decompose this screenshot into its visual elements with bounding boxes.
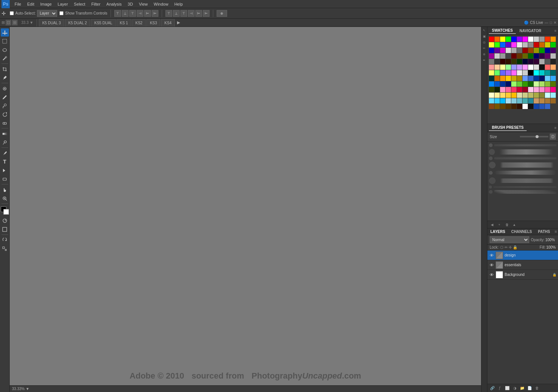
swatch[interactable] <box>528 65 533 70</box>
swatch[interactable] <box>495 59 500 64</box>
tool-shape[interactable] <box>1 175 9 183</box>
swatch[interactable] <box>511 37 517 42</box>
tool-magic-wand[interactable] <box>1 54 9 62</box>
swatch[interactable] <box>528 81 533 87</box>
swatch[interactable] <box>534 65 539 70</box>
menu-select[interactable]: Select <box>71 1 88 7</box>
swatch[interactable] <box>517 76 522 81</box>
swatch[interactable] <box>495 53 500 59</box>
swatch[interactable] <box>534 37 539 42</box>
swatch[interactable] <box>489 65 494 70</box>
swatch[interactable] <box>551 93 556 98</box>
tool-text[interactable]: T <box>1 158 9 166</box>
swatch[interactable] <box>523 104 528 109</box>
swatch[interactable] <box>511 81 517 87</box>
swatch[interactable] <box>545 87 550 92</box>
mini-tool-select[interactable]: ↖ <box>482 28 487 33</box>
swatch[interactable] <box>500 53 505 59</box>
swatch[interactable] <box>539 70 545 75</box>
layer-effects-btn[interactable]: ƒ <box>496 385 503 392</box>
swatch[interactable] <box>489 59 494 64</box>
tool-brush[interactable] <box>1 93 9 101</box>
swatch[interactable] <box>545 42 550 47</box>
align-top-icon[interactable]: ⊤ <box>114 10 121 17</box>
swatch[interactable] <box>539 81 545 87</box>
swatch[interactable] <box>511 93 517 98</box>
swatch[interactable] <box>534 53 539 59</box>
brush-presets-tab[interactable]: BRUSH PRESETS <box>489 125 527 131</box>
swatch[interactable] <box>511 65 517 70</box>
layer-adj-btn[interactable]: ◑ <box>511 385 518 392</box>
brush-size-slider[interactable] <box>520 136 549 137</box>
swatch[interactable] <box>489 87 494 92</box>
swatch[interactable] <box>511 53 517 59</box>
menu-3d[interactable]: 3D <box>125 1 136 7</box>
align-hcenter-icon[interactable]: ⊢ <box>144 10 151 17</box>
cs-live-icon[interactable]: 🔵 <box>524 21 528 25</box>
swatch[interactable] <box>528 42 533 47</box>
menu-window[interactable]: Window <box>151 1 171 7</box>
swatch[interactable] <box>539 98 545 103</box>
auto-align-icon[interactable]: ⊕ <box>217 10 227 17</box>
swatch[interactable] <box>534 87 539 92</box>
swatch[interactable] <box>495 98 500 103</box>
auto-select-dropdown[interactable]: Layer Group <box>37 10 57 17</box>
swatch[interactable] <box>506 81 511 87</box>
swatch[interactable] <box>528 98 533 103</box>
swatch[interactable] <box>500 70 505 75</box>
swatch[interactable] <box>517 70 522 75</box>
swatch[interactable] <box>500 87 505 92</box>
swatch[interactable] <box>545 81 550 87</box>
swatch[interactable] <box>517 87 522 92</box>
swatch[interactable] <box>489 42 494 47</box>
brush-new-btn[interactable]: + <box>496 222 502 228</box>
tool-move[interactable] <box>1 28 9 37</box>
align-vcenter-icon[interactable]: ⊥ <box>122 10 128 17</box>
swatch[interactable] <box>500 59 505 64</box>
layer-delete-btn[interactable]: 🗑 <box>534 385 540 392</box>
swatch[interactable] <box>523 70 528 75</box>
swatch[interactable] <box>489 48 494 53</box>
swatch[interactable] <box>506 87 511 92</box>
ws-tab-ks5dual2[interactable]: K5 DUAL 2 <box>65 19 90 27</box>
swatch[interactable] <box>551 42 556 47</box>
swatch[interactable] <box>489 93 494 98</box>
swatch[interactable] <box>523 65 528 70</box>
swatch[interactable] <box>545 70 550 75</box>
lock-image-icon[interactable]: ✏ <box>505 245 508 249</box>
swatch[interactable] <box>489 81 494 87</box>
brush-size-picker-btn[interactable] <box>550 134 556 140</box>
tool-pen[interactable] <box>1 149 9 157</box>
swatch[interactable] <box>551 81 556 87</box>
swatch[interactable] <box>495 48 500 53</box>
swatch[interactable] <box>495 42 500 47</box>
dist-right-icon[interactable]: ⊢ <box>203 10 210 17</box>
ws-tab-ks5dual[interactable]: KS5 DUAL <box>91 19 115 27</box>
canvas-area[interactable]: Adobe © 2010 sourced from PhotographyUnc… <box>10 27 481 392</box>
swatch[interactable] <box>495 104 500 109</box>
swatch[interactable] <box>545 65 550 70</box>
swatch[interactable] <box>511 104 517 109</box>
mini-tool-clone2[interactable]: ⊛ <box>482 52 487 57</box>
swatch[interactable] <box>539 42 545 47</box>
swatch[interactable] <box>523 37 528 42</box>
align-right-icon[interactable]: ⊢ <box>152 10 158 17</box>
tool-clone-stamp[interactable] <box>1 102 9 110</box>
paths-tab[interactable]: PATHS <box>535 228 553 235</box>
swatch[interactable] <box>511 70 517 75</box>
tool-path-select[interactable] <box>1 166 9 174</box>
swatch[interactable] <box>506 48 511 53</box>
swatch[interactable] <box>517 81 522 87</box>
swatch[interactable] <box>551 70 556 75</box>
tool-gradient[interactable] <box>1 130 9 138</box>
tool-dodge[interactable] <box>1 138 9 146</box>
brush-collapse[interactable]: ≡ <box>554 126 557 130</box>
swatch[interactable] <box>539 93 545 98</box>
swatch[interactable] <box>517 98 522 103</box>
brush-item[interactable] <box>489 156 557 160</box>
ws-tab-ks3[interactable]: KS3 <box>146 19 160 27</box>
swatch[interactable] <box>534 70 539 75</box>
swatch[interactable] <box>500 48 505 53</box>
swatches-collapse[interactable]: ≡ <box>554 29 557 33</box>
swatch[interactable] <box>495 37 500 42</box>
